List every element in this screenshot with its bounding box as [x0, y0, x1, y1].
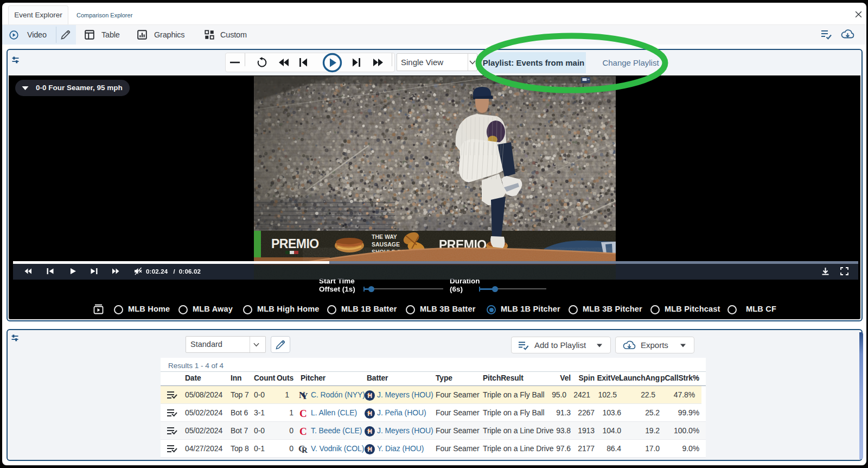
svg-text:SAUSAGE: SAUSAGE	[372, 241, 400, 248]
svg-text:THE WAY: THE WAY	[372, 233, 397, 240]
